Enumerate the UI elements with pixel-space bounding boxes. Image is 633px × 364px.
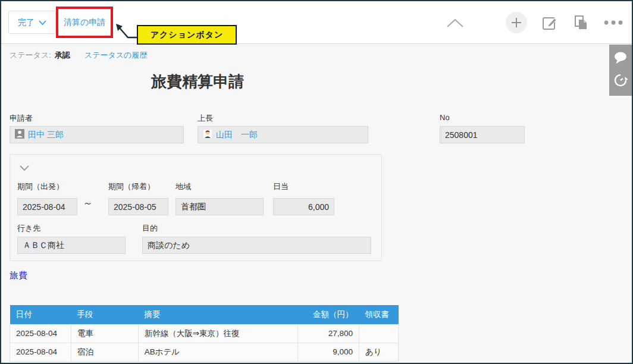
toolbar-icons bbox=[446, 1, 623, 44]
more-options-ellipsis-icon[interactable] bbox=[603, 20, 623, 25]
applicant-label: 申請者 bbox=[10, 113, 33, 124]
no-value: 2508001 bbox=[445, 130, 478, 140]
header-date: 日付 bbox=[10, 305, 71, 324]
complete-status-button[interactable]: 完了 bbox=[8, 11, 56, 34]
region-label: 地域 bbox=[176, 181, 191, 192]
daily-allowance-value: 6,000 bbox=[308, 202, 329, 212]
cell-amount: 27,800 bbox=[298, 324, 359, 343]
cell-receipt bbox=[359, 324, 399, 343]
applicant-field: 田中 三郎 bbox=[10, 126, 184, 143]
group-collapse-chevron-down-icon[interactable] bbox=[19, 164, 30, 173]
daily-allowance-field: 6,000 bbox=[273, 198, 334, 215]
cell-description: ABホテル bbox=[138, 343, 297, 361]
depart-field: 2025-08-04 bbox=[17, 198, 77, 215]
supervisor-label: 上長 bbox=[198, 113, 213, 124]
no-field: 2508001 bbox=[440, 126, 525, 143]
return-label: 期間（帰着） bbox=[108, 181, 155, 192]
return-value: 2025-08-05 bbox=[114, 202, 156, 212]
date-range-tilde: ～ bbox=[83, 196, 93, 210]
right-side-bar bbox=[609, 45, 632, 96]
settlement-request-button[interactable]: 清算の申請 bbox=[64, 17, 105, 28]
cell-means: 電車 bbox=[71, 324, 138, 343]
supervisor-user-link[interactable]: 山田 一郎 bbox=[216, 130, 258, 140]
expense-table: 日付 手段 摘要 金額（円） 領収書 2025-08-04 電車 新幹線（大阪⇒… bbox=[10, 305, 399, 362]
purpose-value: 商談のため bbox=[148, 240, 190, 251]
cell-description: 新幹線（大阪⇒東京）往復 bbox=[138, 324, 297, 343]
add-record-plus-icon[interactable] bbox=[506, 12, 527, 33]
chevron-down-icon bbox=[39, 18, 46, 27]
no-label: No bbox=[440, 113, 450, 122]
status-label: ステータス: bbox=[10, 50, 51, 61]
destination-field: ＡＢＣ商社 bbox=[17, 237, 126, 254]
return-field: 2025-08-05 bbox=[108, 198, 168, 215]
table-row: 2025-08-04 電車 新幹線（大阪⇒東京）往復 27,800 bbox=[10, 324, 399, 343]
duplicate-record-copy-icon[interactable] bbox=[572, 14, 589, 31]
destination-label: 行き先 bbox=[17, 223, 40, 234]
header-amount: 金額（円） bbox=[298, 305, 359, 324]
action-button-callout: アクションボタン bbox=[137, 25, 237, 45]
supervisor-field: 山田 一郎 bbox=[198, 126, 368, 143]
region-value: 首都圏 bbox=[181, 202, 206, 212]
highlight-red-box: 清算の申請 bbox=[56, 7, 113, 38]
daily-allowance-label: 日当 bbox=[273, 181, 289, 192]
expense-section-label: 旅費 bbox=[10, 270, 27, 281]
purpose-field: 商談のため bbox=[142, 237, 371, 254]
change-history-clock-icon[interactable] bbox=[613, 73, 628, 89]
comments-chat-icon[interactable] bbox=[613, 51, 628, 66]
header-description: 摘要 bbox=[138, 305, 297, 324]
app-window: 完了 清算の申請 アクションボタン bbox=[0, 0, 633, 364]
table-row: 2025-08-04 宿泊 ABホテル 9,000 あり bbox=[10, 343, 399, 361]
page-title: 旅費精算申請 bbox=[1, 71, 394, 92]
purpose-label: 目的 bbox=[142, 223, 158, 234]
depart-value: 2025-08-04 bbox=[23, 202, 65, 212]
edit-record-pencil-icon[interactable] bbox=[541, 14, 558, 31]
destination-value: ＡＢＣ商社 bbox=[23, 240, 64, 251]
header-receipt: 領収書 bbox=[359, 305, 399, 324]
complete-button-label: 完了 bbox=[18, 17, 35, 28]
cell-receipt: あり bbox=[359, 343, 399, 361]
collapse-chevron-up-icon[interactable] bbox=[446, 18, 464, 28]
header-means: 手段 bbox=[71, 305, 138, 324]
depart-label: 期間（出発） bbox=[17, 181, 64, 192]
expense-table-header-row: 日付 手段 摘要 金額（円） 領収書 bbox=[10, 305, 399, 324]
status-value: 承認 bbox=[55, 50, 70, 61]
cell-amount: 9,000 bbox=[298, 343, 359, 361]
cell-date: 2025-08-04 bbox=[10, 343, 71, 361]
cell-date: 2025-08-04 bbox=[10, 324, 71, 343]
region-field: 首都圏 bbox=[176, 198, 264, 215]
status-row: ステータス: 承認 ステータスの履歴 bbox=[10, 50, 147, 61]
cell-means: 宿泊 bbox=[71, 343, 138, 361]
status-history-link[interactable]: ステータスの履歴 bbox=[84, 50, 148, 61]
user-silhouette-icon bbox=[15, 129, 24, 140]
toolbar: 完了 清算の申請 アクションボタン bbox=[1, 1, 632, 44]
applicant-user-link[interactable]: 田中 三郎 bbox=[28, 130, 64, 140]
supervisor-avatar bbox=[203, 129, 212, 140]
